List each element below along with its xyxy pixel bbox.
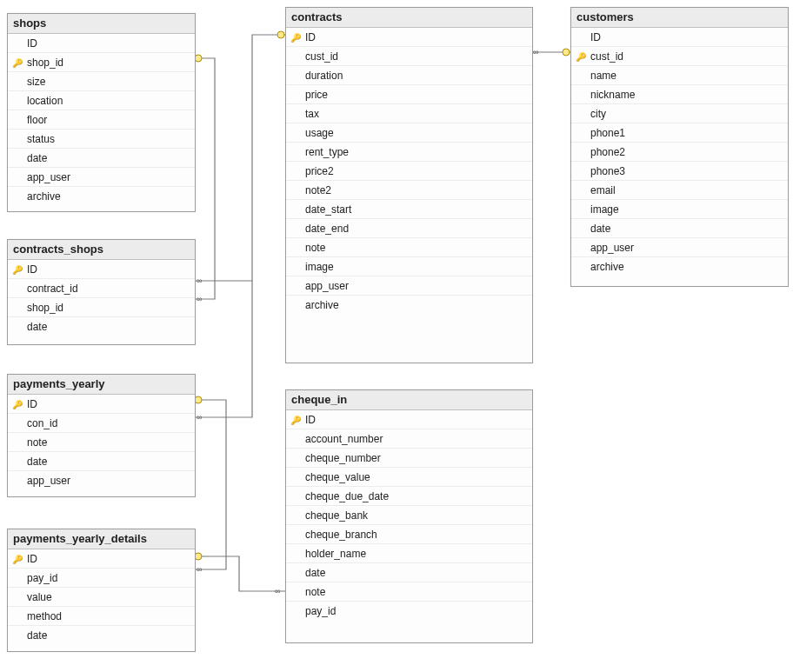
table-column[interactable]: pay_id <box>286 602 532 620</box>
table-column[interactable]: contract_id <box>8 279 195 298</box>
table-header[interactable]: contracts_shops <box>8 240 195 260</box>
column-name: floor <box>27 114 195 126</box>
table-column[interactable]: cheque_number <box>286 449 532 468</box>
table-column[interactable]: holder_name <box>286 544 532 563</box>
column-name: archive <box>305 299 532 311</box>
table-column[interactable]: date <box>8 149 195 168</box>
table-column[interactable]: tax <box>286 104 532 123</box>
column-name: ID <box>27 263 195 276</box>
column-name: cheque_branch <box>305 529 532 541</box>
table-column[interactable]: archive <box>571 257 788 276</box>
table-column[interactable]: 🔑shop_id <box>8 53 195 72</box>
table-column[interactable]: rent_type <box>286 143 532 162</box>
column-name: holder_name <box>305 548 532 560</box>
table-column[interactable]: cheque_branch <box>286 525 532 544</box>
column-name: phone2 <box>590 146 788 158</box>
table-column[interactable]: nickname <box>571 85 788 104</box>
table-column[interactable]: app_user <box>8 168 195 187</box>
table-customers[interactable]: customersID🔑cust_idnamenicknamecityphone… <box>570 7 789 287</box>
table-column[interactable]: date_start <box>286 200 532 219</box>
table-column[interactable]: date <box>571 219 788 238</box>
table-columns: ID🔑cust_idnamenicknamecityphone1phone2ph… <box>571 28 788 276</box>
table-column[interactable]: note <box>286 238 532 257</box>
table-column[interactable]: email <box>571 181 788 200</box>
table-column[interactable]: value <box>8 588 195 607</box>
table-column[interactable]: duration <box>286 66 532 85</box>
table-column[interactable]: account_number <box>286 429 532 449</box>
table-header[interactable]: payments_yearly <box>8 375 195 395</box>
table-column[interactable]: cheque_bank <box>286 506 532 525</box>
table-column[interactable]: note <box>286 582 532 602</box>
column-name: app_user <box>27 171 195 183</box>
table-column[interactable]: note <box>8 433 195 452</box>
table-column[interactable]: method <box>8 607 195 626</box>
table-column[interactable]: archive <box>286 296 532 314</box>
table-column[interactable]: location <box>8 91 195 110</box>
key-icon: 🔑 <box>576 52 586 62</box>
column-name: price <box>305 89 532 101</box>
table-column[interactable]: pay_id <box>8 569 195 588</box>
table-column[interactable]: archive <box>8 187 195 205</box>
table-column[interactable]: phone1 <box>571 123 788 143</box>
table-column[interactable]: phone3 <box>571 162 788 181</box>
table-column[interactable]: name <box>571 66 788 85</box>
table-header[interactable]: shops <box>8 14 195 34</box>
column-name: size <box>27 76 195 88</box>
table-column[interactable]: image <box>571 200 788 219</box>
table-header[interactable]: contracts <box>286 8 532 28</box>
table-column[interactable]: city <box>571 104 788 123</box>
table-header[interactable]: customers <box>571 8 788 28</box>
table-column[interactable]: date <box>8 452 195 471</box>
table-column[interactable]: price2 <box>286 162 532 181</box>
table-contracts[interactable]: contracts🔑IDcust_iddurationpricetaxusage… <box>285 7 533 363</box>
primary-key-icon: 🔑 <box>286 415 305 425</box>
table-contracts_shops[interactable]: contracts_shops🔑IDcontract_idshop_iddate <box>7 239 196 345</box>
table-column[interactable]: date <box>286 563 532 582</box>
table-column[interactable]: date <box>8 626 195 644</box>
table-column[interactable]: 🔑ID <box>286 410 532 429</box>
table-column[interactable]: cheque_value <box>286 468 532 487</box>
svg-text:∞: ∞ <box>197 295 202 303</box>
column-name: tax <box>305 108 532 120</box>
table-column[interactable]: note2 <box>286 181 532 200</box>
column-name: image <box>590 203 788 216</box>
table-column[interactable]: 🔑cust_id <box>571 47 788 66</box>
primary-key-icon: 🔑 <box>571 51 590 62</box>
table-column[interactable]: ID <box>571 28 788 47</box>
table-column[interactable]: 🔑ID <box>8 549 195 569</box>
table-column[interactable]: status <box>8 130 195 149</box>
table-column[interactable]: app_user <box>571 238 788 257</box>
table-column[interactable]: app_user <box>8 471 195 489</box>
table-column[interactable]: shop_id <box>8 298 195 317</box>
table-columns: ID🔑shop_idsizelocationfloorstatusdateapp… <box>8 34 195 205</box>
table-column[interactable]: app_user <box>286 276 532 296</box>
table-column[interactable]: usage <box>286 123 532 143</box>
table-cheque_in[interactable]: cheque_in🔑IDaccount_numbercheque_numberc… <box>285 389 533 643</box>
table-header[interactable]: payments_yearly_details <box>8 529 195 549</box>
table-columns: 🔑IDcon_idnotedateapp_user <box>8 395 195 489</box>
table-column[interactable]: cust_id <box>286 47 532 66</box>
endpoint-key <box>563 49 570 56</box>
table-column[interactable]: image <box>286 257 532 276</box>
primary-key-icon: 🔑 <box>286 32 305 43</box>
table-header[interactable]: cheque_in <box>286 390 532 410</box>
column-name: price2 <box>305 165 532 177</box>
column-name: method <box>27 610 195 622</box>
table-column[interactable]: phone2 <box>571 143 788 162</box>
table-column[interactable]: date_end <box>286 219 532 238</box>
table-column[interactable]: price <box>286 85 532 104</box>
table-column[interactable]: con_id <box>8 414 195 433</box>
svg-point-8 <box>195 396 202 403</box>
table-column[interactable]: cheque_due_date <box>286 487 532 506</box>
table-column[interactable]: ID <box>8 34 195 53</box>
table-payments_yearly[interactable]: payments_yearly🔑IDcon_idnotedateapp_user <box>7 374 196 497</box>
table-column[interactable]: floor <box>8 110 195 130</box>
table-column[interactable]: 🔑ID <box>286 28 532 47</box>
table-column[interactable]: 🔑ID <box>8 395 195 414</box>
table-shops[interactable]: shopsID🔑shop_idsizelocationfloorstatusda… <box>7 13 196 212</box>
table-payments_yearly_details[interactable]: payments_yearly_details🔑IDpay_idvaluemet… <box>7 529 196 652</box>
table-column[interactable]: size <box>8 72 195 91</box>
table-column[interactable]: 🔑ID <box>8 260 195 279</box>
column-name: value <box>27 591 195 603</box>
table-column[interactable]: date <box>8 317 195 336</box>
